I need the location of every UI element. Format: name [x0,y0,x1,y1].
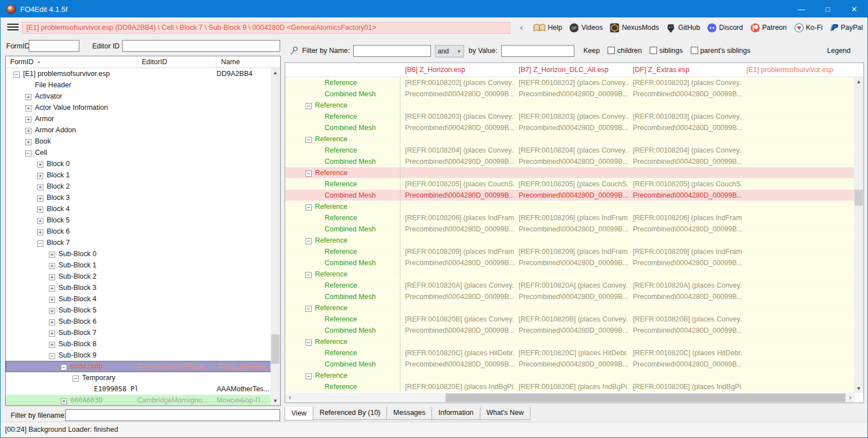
grid-row[interactable]: Reference[REFR:00108206] (places IndFram… [285,212,855,224]
patreon-link[interactable]: Patreon [750,23,787,33]
tree-row[interactable]: −[E1] problemsofsurvivor.espDD9A2BB4 [6,68,272,79]
paypal-link[interactable]: PP PayPal [830,23,863,33]
grid-header-b6[interactable]: [B6] Z_Horizon.esp [401,66,514,74]
checkbox-icon[interactable] [650,47,657,54]
maximize-button[interactable]: □ [815,1,841,17]
expander-icon[interactable]: + [37,218,43,224]
grid-vscroll-thumb[interactable] [854,190,863,205]
tree-row[interactable]: −Block 7 [6,237,272,248]
grid-vscrollbar[interactable]: ▲ ▼ [854,77,863,393]
expander-icon[interactable]: + [49,308,55,314]
grid-row[interactable]: −Reference [285,201,855,212]
grid-row[interactable]: −Reference [285,302,855,314]
expander-icon[interactable]: − [305,339,312,346]
help-link[interactable]: Help [533,24,563,32]
expander-icon[interactable]: − [49,353,55,359]
expander-icon[interactable]: − [305,137,312,143]
expander-icon[interactable]: + [25,128,32,134]
expander-icon[interactable]: + [37,162,43,168]
grid-row[interactable]: −Reference [285,336,855,347]
grid-row[interactable]: Reference[REFR:0010820E] (places IndBgPi… [285,381,855,392]
grid-row[interactable]: Reference[REFR:00108204] (places Convey.… [285,145,855,156]
grid-row[interactable]: Combined MeshPrecombined\0004280D_00099B… [285,156,855,167]
keep-parents-siblings-checkbox[interactable]: parent's siblings [691,47,750,55]
tree-row[interactable]: +Armor [6,113,272,124]
keep-siblings-checkbox[interactable]: siblings [650,47,683,55]
expander-icon[interactable]: + [49,342,55,348]
grid-row[interactable]: −Reference [285,133,855,145]
tree-row[interactable]: +Sub-Block 8 [6,338,272,350]
expander-icon[interactable]: + [49,297,55,303]
grid-row[interactable]: Reference[REFR:00108202] (places Convey.… [285,77,855,88]
tree-row[interactable]: +Actor Value Information [6,102,272,113]
grid-row[interactable]: Combined MeshPrecombined\0004280D_00099B… [285,291,855,302]
tree-row[interactable]: +Block 6 [6,226,272,237]
tree-row[interactable]: −Temporary [6,372,272,383]
breadcrumb[interactable]: [E1] problemsofsurvivor.esp (DD9A2BB4) \… [22,22,510,34]
formid-input[interactable] [29,40,79,52]
expander-icon[interactable]: − [305,171,312,177]
minimize-button[interactable]: — [788,1,815,17]
scroll-down-icon[interactable]: ▼ [854,384,863,393]
expander-icon[interactable]: − [305,204,312,211]
filter-operator-select[interactable]: and▼ [435,45,464,57]
tree-row[interactable]: +Block 0 [6,158,272,169]
pin-icon[interactable] [290,46,298,56]
expander-icon[interactable]: + [49,285,55,292]
tree-row[interactable]: −Sub-Block 9 [6,350,272,361]
grid-header-b7[interactable]: [B7] Z_Horizon_DLC_All.esp [514,66,628,74]
tree-row[interactable]: −0004280DGeneralAtomicsFacto...Завод Дже… [6,361,272,372]
tree-header-editorid[interactable]: EditorID [137,56,217,68]
expander-icon[interactable]: + [37,207,43,213]
grid-header-df[interactable]: [DF] Z_Extras.esp [628,66,742,74]
tab-messages[interactable]: Messages [386,407,432,420]
grid-row[interactable]: −Reference [285,235,855,246]
scroll-up-icon[interactable]: ▲ [854,77,863,86]
tree-row[interactable]: +Sub-Block 5 [6,305,272,316]
tree-row[interactable]: +Sub-Block 4 [6,293,272,305]
filter-name-input[interactable] [353,45,431,57]
tab-information[interactable]: Information [431,407,480,420]
expander-icon[interactable]: − [61,364,67,370]
tree-row[interactable]: +000A603DCambridgeMonsigno...Монсиньор-П… [6,395,272,406]
expander-icon[interactable]: + [49,330,55,337]
tree-row[interactable]: +Block 2 [6,181,272,192]
tree-row[interactable]: +Sub-Block 1 [6,260,272,271]
grid-row[interactable]: Reference[REFR:00108203] (places Convey.… [285,111,855,122]
expander-icon[interactable]: + [49,252,55,258]
tree-row[interactable]: +Book [6,136,272,147]
scroll-up-icon[interactable]: ▲ [271,68,280,77]
tab-referenced-by[interactable]: Referenced By (10) [313,407,387,420]
grid-row[interactable]: Reference[REFR:0010820B] (places Convey.… [285,314,855,325]
keep-children-checkbox[interactable]: children [608,47,642,55]
grid-row[interactable]: Combined MeshPrecombined\0004280D_00099B… [285,325,855,336]
github-link[interactable]: GitHub [666,23,700,33]
tree-scroll-thumb[interactable] [271,334,280,364]
expander-icon[interactable]: + [37,184,43,190]
expander-icon[interactable]: + [49,263,55,269]
scroll-left-icon[interactable]: ‹ [285,393,295,403]
tree-row[interactable]: +Block 1 [6,169,272,181]
expander-icon[interactable]: + [37,173,43,179]
grid-row[interactable]: Combined MeshPrecombined\0004280D_00099B… [285,190,855,201]
expander-icon[interactable]: + [37,229,43,235]
grid-row[interactable]: Combined MeshPrecombined\0004280D_00099B… [285,359,855,370]
tree-row[interactable]: −Cell [6,147,272,158]
grid-row[interactable]: Reference[REFR:00108205] (places CouchS.… [285,178,855,190]
tree-row[interactable]: File Header [6,79,272,91]
tree-row[interactable]: +Sub-Block 2 [6,271,272,282]
filename-filter-input[interactable] [65,409,280,421]
grid-row[interactable]: Combined MeshPrecombined\0004280D_00099B… [285,224,855,235]
grid-hscrollbar[interactable]: ‹ › [285,393,855,403]
expander-icon[interactable]: + [25,105,32,111]
expander-icon[interactable]: + [49,274,55,280]
grid-row[interactable]: Reference[REFR:0010820C] (places HitDebr… [285,347,855,359]
expander-icon[interactable]: − [73,376,79,382]
scroll-down-icon[interactable]: ▼ [271,396,280,405]
expander-icon[interactable]: − [25,150,32,157]
tree-row[interactable]: +Block 5 [6,214,272,226]
grid-row[interactable]: Reference[REFR:0010820A] (places Convey.… [285,280,855,291]
tree-row[interactable]: +Block 3 [6,192,272,203]
expander-icon[interactable]: − [305,238,312,244]
grid-row[interactable]: −Reference [285,269,855,280]
